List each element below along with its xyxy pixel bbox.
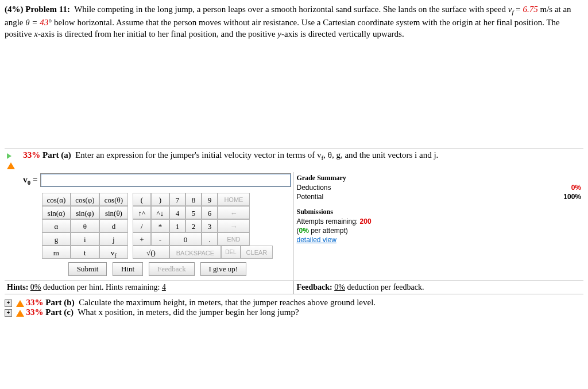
grade-summary-title: Grade Summary bbox=[296, 173, 581, 183]
key-cos-theta[interactable]: cos(θ) bbox=[99, 193, 128, 206]
answer-input[interactable] bbox=[40, 173, 292, 187]
key-4[interactable]: 4 bbox=[169, 206, 185, 219]
detailed-view-link[interactable]: detailed view bbox=[296, 236, 336, 244]
warning-icon bbox=[16, 310, 24, 317]
key-6[interactable]: 6 bbox=[202, 206, 218, 219]
part-c-row: + 33% Part (c) What x position, in meter… bbox=[5, 308, 583, 317]
key-7[interactable]: 7 bbox=[169, 193, 185, 206]
key-rparen[interactable]: ) bbox=[151, 193, 169, 206]
expanded-icon[interactable] bbox=[7, 153, 11, 159]
key-9[interactable]: 9 bbox=[202, 193, 218, 206]
key-i[interactable]: i bbox=[71, 232, 99, 246]
key-t[interactable]: t bbox=[71, 246, 99, 259]
key-minus[interactable]: - bbox=[151, 232, 169, 246]
expand-icon[interactable]: + bbox=[5, 299, 12, 307]
part-a-question: Enter an expression for the jumper's ini… bbox=[75, 150, 321, 160]
key-8[interactable]: 8 bbox=[185, 193, 202, 206]
key-star[interactable]: * bbox=[151, 219, 169, 232]
key-m[interactable]: m bbox=[42, 246, 71, 259]
part-a-row: 33% Part (a) Enter an expression for the… bbox=[5, 149, 583, 173]
key-end[interactable]: END bbox=[218, 232, 250, 246]
key-left[interactable]: ← bbox=[218, 206, 250, 219]
key-lparen[interactable]: ( bbox=[133, 193, 151, 206]
key-del[interactable]: DEL bbox=[221, 246, 241, 259]
key-down[interactable]: ^↓ bbox=[151, 206, 169, 219]
giveup-button[interactable]: I give up! bbox=[200, 262, 247, 276]
key-2[interactable]: 2 bbox=[185, 219, 202, 232]
key-3[interactable]: 3 bbox=[202, 219, 218, 232]
warning-icon bbox=[16, 300, 24, 307]
answer-prefix: v0 = bbox=[23, 175, 37, 186]
hint-button[interactable]: Hint bbox=[113, 262, 143, 276]
key-clear[interactable]: CLEAR bbox=[241, 246, 273, 259]
key-g[interactable]: g bbox=[42, 232, 71, 246]
key-j[interactable]: j bbox=[99, 232, 128, 246]
submit-button[interactable]: Submit bbox=[68, 262, 107, 276]
key-sin-alpha[interactable]: sin(α) bbox=[42, 206, 71, 219]
key-0[interactable]: 0 bbox=[169, 232, 202, 246]
key-dot[interactable]: . bbox=[202, 232, 218, 246]
key-sqrt[interactable]: √() bbox=[133, 246, 169, 259]
key-alpha[interactable]: α bbox=[42, 219, 71, 232]
key-up[interactable]: ↑^ bbox=[133, 206, 151, 219]
key-plus[interactable]: + bbox=[133, 232, 151, 246]
problem-statement: (4%) Problem 11: While competing in the … bbox=[5, 3, 583, 40]
key-vf[interactable]: vf bbox=[99, 246, 128, 259]
feedback-button: Feedback bbox=[149, 262, 195, 276]
key-cos-phi[interactable]: cos(φ) bbox=[71, 193, 99, 206]
key-1[interactable]: 1 bbox=[169, 219, 185, 232]
formula-keypad: cos(α) cos(φ) cos(θ) ( ) 7 8 9 HOME sin(… bbox=[42, 193, 273, 259]
expand-icon[interactable]: + bbox=[5, 309, 12, 317]
key-cos-alpha[interactable]: cos(α) bbox=[42, 193, 71, 206]
key-backspace[interactable]: BACKSPACE bbox=[169, 246, 221, 259]
key-5[interactable]: 5 bbox=[185, 206, 202, 219]
part-b-row: + 33% Part (b) Calculate the maximum hei… bbox=[5, 298, 583, 308]
key-home[interactable]: HOME bbox=[218, 193, 250, 206]
key-theta[interactable]: θ bbox=[71, 219, 99, 232]
key-d[interactable]: d bbox=[99, 219, 128, 232]
key-right[interactable]: → bbox=[218, 219, 250, 232]
warning-icon bbox=[7, 162, 15, 169]
key-slash[interactable]: / bbox=[133, 219, 151, 232]
key-sin-phi[interactable]: sin(φ) bbox=[71, 206, 99, 219]
key-sin-theta[interactable]: sin(θ) bbox=[99, 206, 128, 219]
